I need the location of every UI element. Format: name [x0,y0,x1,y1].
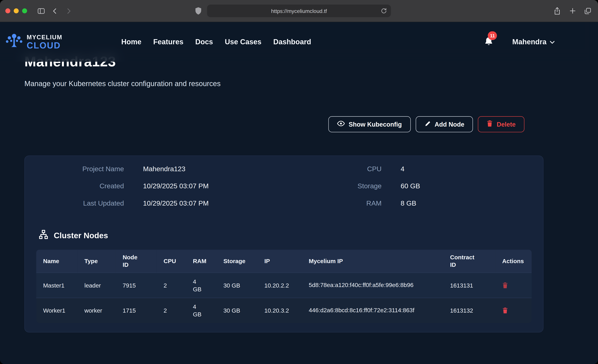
show-kubeconfig-button[interactable]: Show Kubeconfig [328,116,411,132]
site-navbar: MYCELIUM CLOUD Home Features Docs Use Ca… [0,22,598,62]
nav-item-use-cases[interactable]: Use Cases [225,38,261,46]
cell-actions [495,298,532,323]
nav-links: Home Features Docs Use Cases Dashboard [121,38,311,46]
pencil-icon [424,120,431,128]
table-header-row: Name Type Node ID CPU RAM Storage IP Myc… [36,250,532,273]
field-created: Created 10/29/2025 03:07 PM [36,182,284,199]
cell-cpu: 2 [157,273,186,298]
table-row: Worker1 worker 1715 2 4 GB 30 GB 10.20.3… [36,298,532,323]
trash-icon [487,120,493,129]
add-node-button[interactable]: Add Node [415,116,473,132]
cell-mycelium-ip: 5d8:78ea:a120:f40c:ff0f:a5fe:99e6:8b96 [302,273,443,298]
field-last-updated: Last Updated 10/29/2025 03:07 PM [36,199,284,216]
cell-node-id: 1715 [116,298,157,323]
page-subtitle: Manage your Kubernetes cluster configura… [25,80,573,88]
refresh-icon[interactable] [381,8,387,14]
back-button[interactable] [50,6,60,16]
cluster-details-card: Project Name Mahendra123 Created 10/29/2… [25,156,543,333]
bell-icon [484,41,494,48]
brand-logo[interactable]: MYCELIUM CLOUD [5,32,75,51]
field-cpu: CPU 4 [284,165,532,182]
nav-item-features[interactable]: Features [153,38,183,46]
field-project-name: Project Name Mahendra123 [36,165,284,182]
cell-name: Worker1 [36,298,77,323]
cell-type: leader [77,273,116,298]
delete-node-button[interactable] [502,307,508,314]
chevron-down-icon [549,38,555,46]
user-menu[interactable]: Mahendra [512,38,555,46]
screen: https://myceliumcloud.tf Mahendra123 Man… [0,0,598,364]
cluster-actions-toolbar: Show Kubeconfig Add Node Delete [25,116,524,132]
cell-cpu: 2 [157,298,186,323]
sidebar-toggle-icon[interactable] [36,6,46,16]
webpage: Mahendra123 Manage your Kubernetes clust… [0,22,598,364]
cell-type: worker [77,298,116,323]
network-nodes-icon [39,230,49,241]
notifications-button[interactable]: 11 [484,37,494,47]
field-storage: Storage 60 GB [284,182,532,199]
field-ram: RAM 8 GB [284,199,532,216]
close-window-button[interactable] [5,8,10,13]
browser-window: https://myceliumcloud.tf Mahendra123 Man… [0,0,598,364]
traffic-lights [5,8,27,13]
nav-item-dashboard[interactable]: Dashboard [273,38,311,46]
cluster-nodes-table: Name Type Node ID CPU RAM Storage IP Myc… [36,250,532,323]
browser-toolbar: https://myceliumcloud.tf [0,0,598,22]
cell-contract-id: 1613131 [443,273,495,298]
notification-badge: 11 [488,31,497,40]
new-tab-icon[interactable] [567,6,577,16]
table-row: Master1 leader 7915 2 4 GB 30 GB 10.20.2… [36,273,532,298]
cell-contract-id: 1613132 [443,298,495,323]
minimize-window-button[interactable] [14,8,19,13]
cell-storage: 30 GB [216,298,257,323]
cell-storage: 30 GB [216,273,257,298]
brand-icon [5,32,24,51]
cell-mycelium-ip: 446:d2a6:8bcd:8c16:ff0f:72e2:3114:863f [302,298,443,323]
privacy-shield-icon[interactable] [195,7,202,15]
delete-cluster-button[interactable]: Delete [478,116,524,132]
delete-node-button[interactable] [502,282,508,289]
nav-item-home[interactable]: Home [121,38,141,46]
cell-name: Master1 [36,273,77,298]
user-name: Mahendra [512,38,547,46]
cell-actions [495,273,532,298]
cell-ip: 10.20.3.2 [257,298,302,323]
eye-icon [337,120,345,128]
cell-ip: 10.20.2.2 [257,273,302,298]
nav-item-docs[interactable]: Docs [195,38,213,46]
cell-ram: 4 GB [186,298,216,323]
tab-overview-icon[interactable] [583,6,593,16]
url-text: https://myceliumcloud.tf [271,8,327,14]
forward-button[interactable] [64,6,74,16]
share-icon[interactable] [552,6,562,16]
address-bar[interactable]: https://myceliumcloud.tf [207,5,391,17]
cluster-nodes-heading: Cluster Nodes [39,230,532,241]
cell-node-id: 7915 [116,273,157,298]
zoom-window-button[interactable] [22,8,27,13]
cell-ram: 4 GB [186,273,216,298]
